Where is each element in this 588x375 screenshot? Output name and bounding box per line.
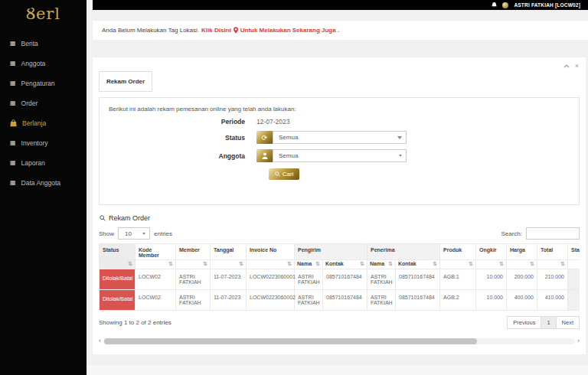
anggota-select[interactable]: Semua	[273, 149, 407, 162]
sort-icon[interactable]	[499, 261, 504, 267]
alert-link[interactable]: Klik Disini	[201, 27, 231, 34]
sort-icon[interactable]	[168, 261, 173, 267]
scrollbar-track[interactable]	[103, 338, 575, 344]
table-search-input[interactable]	[526, 227, 580, 240]
sidebar-item-laporan[interactable]: ▦ Laporan	[0, 153, 87, 173]
col-status-bayar[interactable]: Status	[568, 244, 580, 260]
sort-icon[interactable]	[203, 261, 207, 267]
cell-pengirim-nama: ASTRI FATKIAH	[295, 290, 323, 311]
status-row: Status ⟳ Semua	[100, 131, 579, 144]
card-controls: ×	[564, 63, 579, 70]
scroll-right-icon[interactable]: ›	[577, 338, 580, 344]
col-produk[interactable]: Produk	[440, 244, 476, 260]
sort-icon[interactable]	[360, 261, 364, 267]
sidebar-item-label: Laporan	[21, 159, 45, 167]
col-tanggal[interactable]: Tanggal	[211, 244, 247, 260]
chevron-down-icon	[397, 136, 402, 139]
col-penerima-kontak[interactable]: Kontak	[396, 260, 440, 269]
alert-link-tail[interactable]: Untuk Melakukan Sekarang Juga .	[240, 27, 339, 34]
sort-icon[interactable]	[433, 261, 437, 267]
close-icon[interactable]: ×	[575, 63, 579, 70]
table-row: Ditolak/Batal LOCW02 ASTRI FATKIAH 11-07…	[100, 269, 580, 290]
previous-button[interactable]: Previous	[508, 317, 541, 328]
scroll-left-icon[interactable]: ‹	[99, 338, 101, 344]
sort-icon[interactable]	[560, 261, 565, 267]
cell-penerima-nama: ASTRI FATKIAH	[368, 269, 396, 290]
cell-pengirim-kontak: 085710167484	[323, 269, 368, 290]
sidebar-item-label: Berlanja	[22, 119, 46, 127]
sort-icon[interactable]	[128, 261, 132, 267]
status-badge: Ditolak/Batal	[100, 269, 136, 290]
pin-icon	[234, 27, 238, 34]
status-label: Status	[100, 134, 256, 142]
cell-kode-member: LOCW02	[136, 290, 176, 311]
col-invoice[interactable]: Invoice No	[247, 244, 295, 260]
status-selected-value: Semua	[279, 134, 298, 141]
filter-description: Berikut ini adalah rekam pemesanan onlin…	[109, 106, 570, 112]
table-controls: Show 10 entries Search:	[99, 227, 580, 240]
cell-member: ASTRI FATKIAH	[176, 269, 211, 290]
entries-label: entries	[154, 230, 172, 237]
brand-logo[interactable]: Ȣerl	[0, 0, 87, 28]
sidebar-item-berlanja[interactable]: Berlanja	[0, 113, 87, 133]
page-footer	[87, 365, 588, 375]
periode-row: Periode 12-07-2023	[100, 118, 579, 126]
header-row-2: Nama Kontak Nama Kontak	[100, 260, 580, 269]
next-button[interactable]: Next	[557, 317, 579, 328]
sidebar-nav: ▦ Berita ▦ Anggota ▦ Pengaturan ▦ Order …	[0, 34, 87, 193]
table-title-text: Rekam Order	[109, 214, 150, 222]
tab-rekam-order[interactable]: Rekam Order	[99, 71, 152, 92]
cell-total: 410.000	[537, 290, 568, 311]
cell-penerima-nama: ASTRI FATKIAH	[368, 290, 396, 311]
cell-status-bayar	[568, 290, 580, 311]
table-row: Ditolak/Batal LOCW02 ASTRI FATKIAH 11-07…	[100, 290, 580, 311]
col-total[interactable]: Total	[537, 244, 568, 260]
alert-message: Anda Belum Melakukan Tag Lokasi.	[102, 27, 199, 34]
col-pengirim-kontak[interactable]: Kontak	[323, 260, 368, 269]
periode-value: 12-07-2023	[256, 118, 289, 126]
status-select[interactable]: Semua	[273, 131, 407, 144]
col-status[interactable]: Status	[100, 244, 136, 260]
sidebar-item-order[interactable]: ▦ Order	[0, 93, 87, 113]
col-harga[interactable]: Harga	[507, 244, 537, 260]
sidebar-item-label: Data Anggota	[21, 179, 61, 187]
subheader-label: Kontak	[398, 261, 416, 266]
col-member[interactable]: Member	[176, 244, 211, 260]
sidebar-item-anggota[interactable]: ▦ Anggota	[0, 54, 87, 73]
sidebar-item-label: Order	[21, 99, 38, 107]
sidebar-item-pengaturan[interactable]: ▦ Pengaturan	[0, 73, 87, 93]
sidebar-item-inventory[interactable]: ▦ Inventory	[0, 133, 87, 153]
col-penerima-nama[interactable]: Nama	[368, 260, 396, 269]
sort-icon[interactable]	[530, 261, 534, 267]
menu-grid-icon: ▦	[10, 160, 16, 166]
menu-grid-icon: ▦	[10, 80, 16, 86]
sidebar-item-label: Pengaturan	[21, 80, 55, 87]
cari-button[interactable]: Cari	[269, 168, 299, 180]
page-size-select[interactable]: 10	[118, 227, 150, 240]
col-pengirim-nama[interactable]: Nama	[295, 260, 323, 269]
col-kode-member[interactable]: Kode Member	[136, 244, 176, 260]
subheader-label: Nama	[297, 261, 312, 266]
collapse-icon[interactable]	[564, 64, 570, 68]
col-ongkir[interactable]: Ongkir	[476, 244, 507, 260]
sort-icon[interactable]	[315, 261, 320, 267]
table-title: Rekam Order	[100, 214, 586, 222]
sort-icon[interactable]	[388, 261, 393, 267]
table-footer: Showing 1 to 2 of 2 entries Previous 1 N…	[99, 316, 580, 329]
cell-harga: 400.000	[507, 290, 537, 311]
sort-icon[interactable]	[239, 261, 243, 267]
search-icon	[275, 171, 280, 177]
sort-icon[interactable]	[469, 261, 473, 267]
cell-pengirim-nama: ASTRI FATKIAH	[295, 269, 323, 290]
page-1-button[interactable]: 1	[541, 317, 556, 328]
show-label: Show	[99, 230, 114, 237]
cell-ongkir: 10.000	[476, 269, 507, 290]
scrollbar-thumb[interactable]	[104, 338, 477, 344]
table-search: Search:	[501, 227, 580, 240]
sort-icon[interactable]	[287, 261, 292, 267]
sidebar-item-data-anggota[interactable]: ▦ Data Anggota	[0, 173, 87, 193]
bell-icon[interactable]	[492, 2, 497, 8]
sidebar-item-berita[interactable]: ▦ Berita	[0, 34, 87, 54]
user-menu[interactable]: ASTRI FATKIAH [LOCW02]	[514, 2, 580, 8]
shopping-bag-icon	[10, 119, 17, 127]
